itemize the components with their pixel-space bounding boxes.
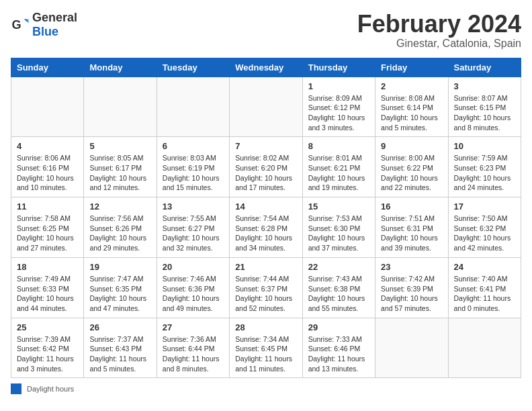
calendar-cell: 13Sunrise: 7:55 AM Sunset: 6:27 PM Dayli… xyxy=(157,197,229,258)
day-number: 9 xyxy=(381,141,442,151)
calendar-cell: 27Sunrise: 7:36 AM Sunset: 6:44 PM Dayli… xyxy=(157,318,229,378)
calendar-cell: 15Sunrise: 7:53 AM Sunset: 6:30 PM Dayli… xyxy=(302,197,375,258)
calendar-cell: 17Sunrise: 7:50 AM Sunset: 6:32 PM Dayli… xyxy=(448,197,521,258)
calendar-cell: 16Sunrise: 7:51 AM Sunset: 6:31 PM Dayli… xyxy=(375,197,448,258)
day-info: Sunrise: 7:49 AM Sunset: 6:33 PM Dayligh… xyxy=(17,274,78,314)
day-info: Sunrise: 7:33 AM Sunset: 6:46 PM Dayligh… xyxy=(308,334,369,374)
title-area: February 2024 Ginestar, Catalonia, Spain xyxy=(357,11,521,50)
calendar-cell: 18Sunrise: 7:49 AM Sunset: 6:33 PM Dayli… xyxy=(11,257,84,318)
day-info: Sunrise: 8:05 AM Sunset: 6:17 PM Dayligh… xyxy=(89,153,150,193)
day-number: 18 xyxy=(17,262,78,272)
day-number: 25 xyxy=(17,322,78,332)
day-info: Sunrise: 7:58 AM Sunset: 6:25 PM Dayligh… xyxy=(17,214,78,253)
calendar-cell: 12Sunrise: 7:56 AM Sunset: 6:26 PM Dayli… xyxy=(84,197,157,258)
day-info: Sunrise: 7:54 AM Sunset: 6:28 PM Dayligh… xyxy=(235,214,296,253)
calendar-cell: 11Sunrise: 7:58 AM Sunset: 6:25 PM Dayli… xyxy=(11,197,84,258)
day-number: 6 xyxy=(163,141,224,151)
day-number: 23 xyxy=(381,262,442,272)
calendar-cell: 10Sunrise: 7:59 AM Sunset: 6:23 PM Dayli… xyxy=(448,137,521,197)
page-header: G General Blue February 2024 Ginestar, C… xyxy=(11,11,521,50)
day-number: 5 xyxy=(89,141,150,151)
calendar-cell: 4Sunrise: 8:06 AM Sunset: 6:16 PM Daylig… xyxy=(11,137,84,197)
day-info: Sunrise: 8:08 AM Sunset: 6:14 PM Dayligh… xyxy=(381,93,442,133)
day-info: Sunrise: 7:39 AM Sunset: 6:42 PM Dayligh… xyxy=(17,334,78,374)
day-info: Sunrise: 7:37 AM Sunset: 6:43 PM Dayligh… xyxy=(89,334,150,374)
week-row-0: 1Sunrise: 8:09 AM Sunset: 6:12 PM Daylig… xyxy=(11,77,521,137)
day-number: 7 xyxy=(235,141,296,151)
calendar-cell xyxy=(375,318,448,378)
day-number: 14 xyxy=(235,201,296,212)
logo-general: General xyxy=(32,11,77,24)
day-info: Sunrise: 7:51 AM Sunset: 6:31 PM Dayligh… xyxy=(381,214,442,253)
calendar-cell: 9Sunrise: 8:00 AM Sunset: 6:22 PM Daylig… xyxy=(375,137,448,197)
week-row-2: 11Sunrise: 7:58 AM Sunset: 6:25 PM Dayli… xyxy=(11,197,521,258)
day-number: 20 xyxy=(163,262,224,272)
day-info: Sunrise: 7:36 AM Sunset: 6:44 PM Dayligh… xyxy=(163,334,224,374)
day-number: 26 xyxy=(89,322,150,332)
day-info: Sunrise: 8:06 AM Sunset: 6:16 PM Dayligh… xyxy=(17,153,78,193)
day-info: Sunrise: 8:07 AM Sunset: 6:15 PM Dayligh… xyxy=(454,93,515,133)
calendar-cell: 8Sunrise: 8:01 AM Sunset: 6:21 PM Daylig… xyxy=(302,137,375,197)
calendar-cell: 1Sunrise: 8:09 AM Sunset: 6:12 PM Daylig… xyxy=(302,77,375,137)
calendar-cell: 23Sunrise: 7:42 AM Sunset: 6:39 PM Dayli… xyxy=(375,257,448,318)
day-number: 12 xyxy=(89,201,150,212)
weekday-header-friday: Friday xyxy=(375,58,448,77)
day-number: 29 xyxy=(308,322,369,332)
calendar-cell: 29Sunrise: 7:33 AM Sunset: 6:46 PM Dayli… xyxy=(302,318,375,378)
day-info: Sunrise: 7:40 AM Sunset: 6:41 PM Dayligh… xyxy=(454,274,515,314)
calendar-cell: 5Sunrise: 8:05 AM Sunset: 6:17 PM Daylig… xyxy=(84,137,157,197)
weekday-header-thursday: Thursday xyxy=(302,58,375,77)
day-number: 2 xyxy=(381,81,442,91)
day-info: Sunrise: 7:53 AM Sunset: 6:30 PM Dayligh… xyxy=(308,214,369,253)
logo-icon: G xyxy=(11,15,30,34)
day-info: Sunrise: 7:47 AM Sunset: 6:35 PM Dayligh… xyxy=(89,274,150,314)
weekday-header-tuesday: Tuesday xyxy=(157,58,229,77)
day-info: Sunrise: 7:46 AM Sunset: 6:36 PM Dayligh… xyxy=(163,274,224,314)
weekday-header-monday: Monday xyxy=(84,58,157,77)
calendar-cell: 21Sunrise: 7:44 AM Sunset: 6:37 PM Dayli… xyxy=(230,257,302,318)
logo: G General Blue xyxy=(11,11,77,39)
calendar-cell xyxy=(448,318,521,378)
day-number: 13 xyxy=(163,201,224,212)
calendar-cell xyxy=(84,77,157,137)
weekday-header-saturday: Saturday xyxy=(448,58,521,77)
day-info: Sunrise: 8:00 AM Sunset: 6:22 PM Dayligh… xyxy=(381,153,442,193)
calendar-cell xyxy=(157,77,229,137)
svg-text:G: G xyxy=(11,18,21,32)
day-info: Sunrise: 7:43 AM Sunset: 6:38 PM Dayligh… xyxy=(308,274,369,314)
day-number: 3 xyxy=(454,81,515,91)
day-number: 16 xyxy=(381,201,442,212)
day-number: 15 xyxy=(308,201,369,212)
day-info: Sunrise: 7:59 AM Sunset: 6:23 PM Dayligh… xyxy=(454,153,515,193)
day-info: Sunrise: 8:09 AM Sunset: 6:12 PM Dayligh… xyxy=(308,93,369,133)
day-number: 11 xyxy=(17,201,78,212)
calendar-cell xyxy=(11,77,84,137)
calendar-cell: 22Sunrise: 7:43 AM Sunset: 6:38 PM Dayli… xyxy=(302,257,375,318)
logo-blue: Blue xyxy=(32,25,58,38)
calendar-cell: 26Sunrise: 7:37 AM Sunset: 6:43 PM Dayli… xyxy=(84,318,157,378)
footer-legend: Daylight hours xyxy=(11,383,521,394)
day-number: 4 xyxy=(17,141,78,151)
calendar-cell: 28Sunrise: 7:34 AM Sunset: 6:45 PM Dayli… xyxy=(230,318,302,378)
day-info: Sunrise: 7:56 AM Sunset: 6:26 PM Dayligh… xyxy=(89,214,150,253)
legend-color-box xyxy=(11,383,21,394)
location-title: Ginestar, Catalonia, Spain xyxy=(357,38,521,50)
day-info: Sunrise: 7:44 AM Sunset: 6:37 PM Dayligh… xyxy=(235,274,296,314)
weekday-header-row: SundayMondayTuesdayWednesdayThursdayFrid… xyxy=(11,58,521,77)
day-info: Sunrise: 7:55 AM Sunset: 6:27 PM Dayligh… xyxy=(163,214,224,253)
week-row-3: 18Sunrise: 7:49 AM Sunset: 6:33 PM Dayli… xyxy=(11,257,521,318)
day-number: 1 xyxy=(308,81,369,91)
calendar-cell: 25Sunrise: 7:39 AM Sunset: 6:42 PM Dayli… xyxy=(11,318,84,378)
day-number: 10 xyxy=(454,141,515,151)
day-number: 17 xyxy=(454,201,515,212)
day-number: 24 xyxy=(454,262,515,272)
weekday-header-sunday: Sunday xyxy=(11,58,84,77)
day-number: 19 xyxy=(89,262,150,272)
week-row-1: 4Sunrise: 8:06 AM Sunset: 6:16 PM Daylig… xyxy=(11,137,521,197)
legend-label: Daylight hours xyxy=(27,385,74,393)
calendar-cell: 3Sunrise: 8:07 AM Sunset: 6:15 PM Daylig… xyxy=(448,77,521,137)
calendar-cell xyxy=(230,77,302,137)
month-title: February 2024 xyxy=(357,11,521,38)
calendar-cell: 2Sunrise: 8:08 AM Sunset: 6:14 PM Daylig… xyxy=(375,77,448,137)
day-number: 21 xyxy=(235,262,296,272)
